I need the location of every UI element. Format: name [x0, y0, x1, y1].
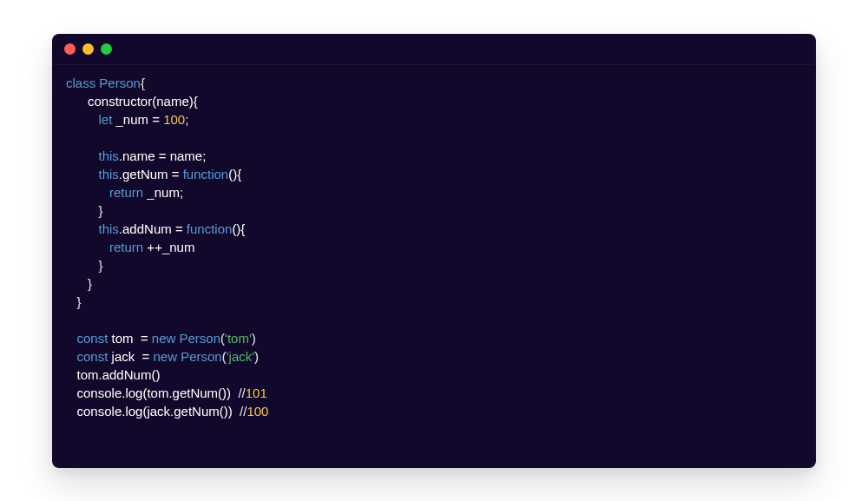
code-token-op: }	[99, 203, 103, 218]
code-token-id: ++_num	[143, 240, 194, 254]
code-token-cls: Person	[181, 349, 222, 364]
code-token-id: (){	[228, 167, 241, 181]
code-token-cmt: //	[238, 386, 245, 400]
code-token-kw: const	[77, 349, 108, 364]
editor-window: class Person{ constructor(name){ let _nu…	[52, 34, 816, 468]
minimize-icon[interactable]	[82, 43, 94, 55]
code-token-id: .getNum =	[119, 167, 183, 181]
code-token-id: constructor(name){	[88, 94, 198, 109]
code-token-id: tom.addNum()	[77, 367, 161, 382]
code-token-kw: this	[99, 167, 119, 181]
code-token-id: tom =	[108, 331, 151, 346]
code-token-op: )	[252, 331, 256, 346]
code-token-op: }	[99, 258, 103, 273]
code-token-id: .name = name;	[119, 148, 206, 163]
code-block: class Person{ constructor(name){ let _nu…	[52, 74, 816, 468]
close-icon[interactable]	[64, 43, 76, 55]
code-token-kw: new	[152, 331, 180, 346]
code-token-id: (){	[232, 221, 245, 236]
zoom-icon[interactable]	[101, 43, 112, 55]
code-token-kw: function	[187, 221, 233, 236]
code-token-kw: return	[109, 240, 143, 254]
code-token-kw: let	[99, 112, 113, 127]
code-token-kw: class	[66, 76, 99, 90]
code-token-op: ;	[185, 112, 188, 127]
code-token-kw: this	[99, 148, 119, 163]
code-token-id: jack =	[108, 349, 153, 364]
code-token-op: }	[88, 276, 92, 291]
code-token-id: console.log(jack.getNum())	[77, 404, 240, 419]
code-token-str: 'tom'	[225, 331, 252, 346]
code-token-id: console.log(tom.getNum())	[77, 386, 239, 400]
code-token-id: _num;	[143, 185, 183, 200]
code-token-kw: function	[183, 167, 229, 181]
code-token-kw: this	[99, 221, 119, 236]
code-token-num: 100	[163, 112, 185, 127]
code-scroll-area[interactable]: class Person{ constructor(name){ let _nu…	[52, 65, 816, 468]
code-token-op: )	[254, 349, 259, 364]
code-token-id: .addNum =	[119, 221, 187, 236]
code-token-kw: new	[153, 349, 181, 364]
code-token-str: 'jack'	[227, 349, 254, 364]
code-token-cls: Person	[99, 76, 141, 90]
titlebar	[52, 34, 816, 65]
code-token-kw: return	[109, 185, 143, 200]
code-token-id: _num =	[112, 112, 163, 127]
code-token-op: }	[77, 294, 82, 309]
code-token-kw: const	[77, 331, 108, 346]
code-token-op: {	[141, 76, 145, 90]
code-token-cls: Person	[180, 331, 221, 346]
code-token-num: 100	[247, 404, 268, 419]
code-token-num: 101	[246, 386, 267, 400]
